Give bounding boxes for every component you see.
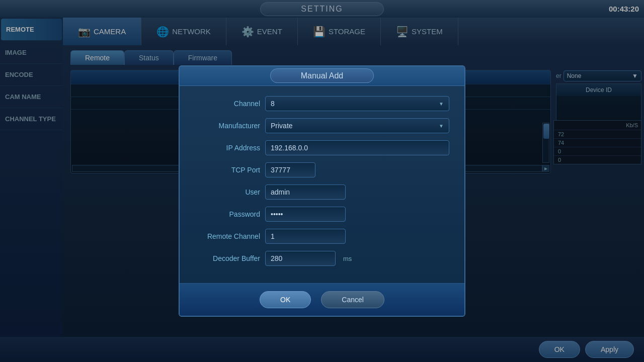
channel-value: 8 bbox=[271, 100, 275, 108]
channel-select[interactable]: 8 ▼ bbox=[265, 96, 449, 111]
ip-address-row: IP Address bbox=[195, 140, 449, 155]
remote-channel-label: Remote Channel bbox=[195, 232, 260, 240]
channel-row: Channel 8 ▼ bbox=[195, 96, 449, 111]
decoder-buffer-input[interactable] bbox=[265, 251, 336, 266]
modal-cancel-button[interactable]: Cancel bbox=[321, 291, 384, 308]
manufacturer-value: Private bbox=[271, 122, 293, 130]
modal-ok-button[interactable]: OK bbox=[260, 291, 311, 308]
user-input[interactable] bbox=[265, 185, 346, 200]
ip-address-input[interactable] bbox=[265, 140, 449, 155]
remote-channel-input[interactable] bbox=[265, 229, 346, 244]
user-row: User bbox=[195, 185, 449, 200]
password-input[interactable] bbox=[265, 207, 346, 222]
password-label: Password bbox=[195, 210, 260, 218]
ip-address-label: IP Address bbox=[195, 144, 260, 152]
modal-footer: OK Cancel bbox=[180, 283, 464, 316]
tcp-port-label: TCP Port bbox=[195, 166, 260, 174]
modal-title: Manual Add bbox=[270, 68, 374, 83]
decoder-buffer-row: Decoder Buffer ms bbox=[195, 251, 449, 266]
tcp-port-row: TCP Port bbox=[195, 162, 449, 177]
manufacturer-select[interactable]: Private ▼ bbox=[265, 118, 449, 133]
manufacturer-arrow-icon: ▼ bbox=[439, 123, 444, 129]
user-label: User bbox=[195, 188, 260, 196]
remote-channel-row: Remote Channel bbox=[195, 229, 449, 244]
manufacturer-row: Manufacturer Private ▼ bbox=[195, 118, 449, 133]
manufacturer-label: Manufacturer bbox=[195, 122, 260, 130]
decoder-buffer-unit: ms bbox=[343, 255, 352, 262]
password-row: Password bbox=[195, 207, 449, 222]
tcp-port-input[interactable] bbox=[265, 162, 315, 177]
channel-arrow-icon: ▼ bbox=[439, 101, 444, 107]
modal-body: Channel 8 ▼ Manufacturer Private ▼ IP Ad… bbox=[180, 86, 464, 283]
decoder-buffer-label: Decoder Buffer bbox=[195, 254, 260, 262]
manual-add-dialog: Manual Add Channel 8 ▼ Manufacturer Priv… bbox=[179, 65, 465, 317]
modal-title-bar: Manual Add bbox=[180, 66, 464, 86]
channel-label: Channel bbox=[195, 100, 260, 108]
